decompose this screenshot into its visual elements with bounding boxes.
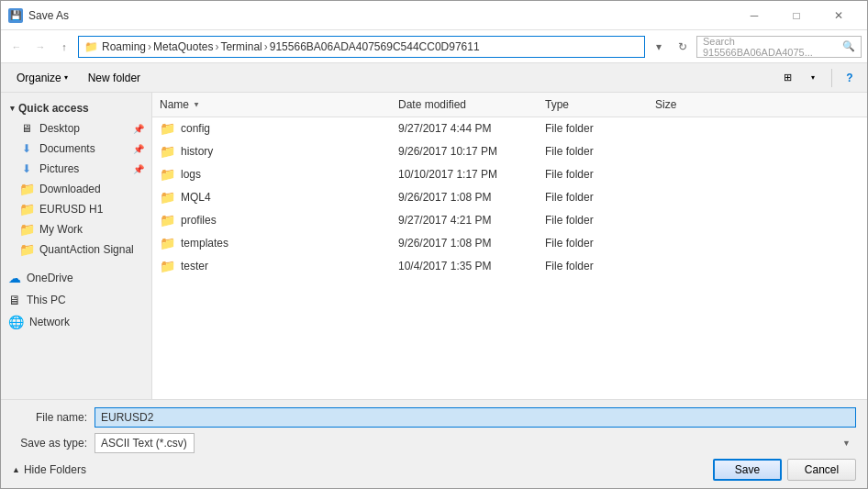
- sidebar-item-desktop[interactable]: 🖥 Desktop 📌: [1, 118, 151, 139]
- address-dropdown-button[interactable]: ▾: [649, 37, 669, 57]
- sort-icon: ▲: [193, 101, 200, 109]
- sidebar-item-onedrive[interactable]: ☁ OneDrive: [1, 267, 151, 289]
- new-folder-label: New folder: [88, 72, 140, 84]
- quick-access-chevron: ▾: [10, 104, 15, 113]
- maximize-button[interactable]: □: [775, 1, 818, 30]
- documents-icon: ⬇: [19, 141, 34, 156]
- file-folder-icon: 📁: [160, 213, 175, 228]
- sidebar-item-downloaded[interactable]: 📁 Downloaded: [1, 179, 151, 199]
- table-row[interactable]: 📁 config 9/27/2017 4:44 PM File folder: [152, 117, 867, 140]
- address-path[interactable]: 📁 Roaming › MetaQuotes › Terminal › 9155…: [78, 36, 645, 58]
- file-folder-icon: 📁: [160, 190, 175, 205]
- organize-dropdown-icon: ▾: [64, 73, 68, 82]
- my-work-icon: 📁: [19, 222, 34, 237]
- sidebar-item-my-work[interactable]: 📁 My Work: [1, 219, 151, 239]
- file-date: 9/26/2017 1:08 PM: [391, 235, 538, 251]
- quantaction-icon: 📁: [19, 242, 34, 257]
- forward-button[interactable]: →: [30, 37, 50, 57]
- file-type: File folder: [538, 212, 648, 228]
- sidebar-item-desktop-label: Desktop: [39, 122, 80, 135]
- pin-icon-documents: 📌: [133, 144, 144, 154]
- table-row[interactable]: 📁 templates 9/26/2017 1:08 PM File folde…: [152, 232, 867, 255]
- file-name: history: [181, 145, 213, 158]
- file-name: logs: [181, 168, 201, 181]
- sidebar-item-quantaction[interactable]: 📁 QuantAction Signal: [1, 239, 151, 260]
- this-pc-icon: 🖥: [8, 293, 21, 307]
- close-button[interactable]: ✕: [818, 1, 860, 30]
- file-name: MQL4: [181, 191, 211, 204]
- file-date: 9/27/2017 4:21 PM: [391, 212, 538, 228]
- sidebar-item-eurusd[interactable]: 📁 EURUSD H1: [1, 199, 151, 219]
- filename-row: File name:: [12, 407, 856, 428]
- new-folder-button[interactable]: New folder: [80, 67, 149, 89]
- path-part-terminal: Terminal: [220, 40, 262, 53]
- back-button[interactable]: ←: [6, 37, 27, 57]
- file-size: [648, 195, 721, 199]
- downloaded-icon: 📁: [19, 182, 34, 196]
- col-header-name[interactable]: Name ▲: [152, 96, 391, 113]
- hide-folders-chevron: ▲: [12, 465, 20, 474]
- organize-button[interactable]: Organize ▾: [8, 67, 76, 89]
- sidebar-item-network[interactable]: 🌐 Network: [1, 311, 151, 333]
- file-date: 10/10/2017 1:17 PM: [391, 166, 538, 183]
- file-type: File folder: [538, 258, 648, 274]
- view-button[interactable]: ⊞: [776, 67, 798, 89]
- minimize-button[interactable]: ─: [733, 1, 775, 30]
- app-icon: 💾: [8, 8, 23, 23]
- file-type: File folder: [538, 235, 648, 251]
- file-size: [648, 127, 721, 130]
- pin-icon-pictures: 📌: [133, 164, 144, 174]
- file-name: profiles: [181, 214, 217, 227]
- dialog-title: Save As: [28, 9, 733, 22]
- filename-input[interactable]: [95, 407, 856, 428]
- file-list-header: Name ▲ Date modified Type Size: [152, 93, 867, 117]
- hide-folders-button[interactable]: ▲ Hide Folders: [12, 463, 86, 476]
- cancel-button[interactable]: Cancel: [787, 459, 856, 481]
- file-name: tester: [181, 260, 208, 272]
- sidebar-item-documents[interactable]: ⬇ Documents 📌: [1, 139, 151, 159]
- sidebar-item-quantaction-label: QuantAction Signal: [39, 243, 134, 256]
- col-header-type[interactable]: Type: [538, 96, 648, 113]
- col-header-date[interactable]: Date modified: [391, 96, 538, 113]
- file-folder-icon: 📁: [160, 167, 175, 182]
- saveas-select[interactable]: ASCII Text (*.csv): [95, 433, 195, 453]
- table-row[interactable]: 📁 history 9/26/2017 10:17 PM File folder: [152, 140, 867, 163]
- file-size: [648, 241, 721, 245]
- table-row[interactable]: 📁 profiles 9/27/2017 4:21 PM File folder: [152, 209, 867, 232]
- file-type: File folder: [538, 166, 648, 183]
- file-date: 9/26/2017 10:17 PM: [391, 143, 538, 160]
- toolbar-divider: [831, 69, 832, 87]
- pictures-icon: ⬇: [19, 161, 34, 176]
- save-button[interactable]: Save: [713, 459, 782, 481]
- file-size: [648, 150, 721, 153]
- file-folder-icon: 📁: [160, 121, 175, 136]
- table-row[interactable]: 📁 tester 10/4/2017 1:35 PM File folder: [152, 255, 867, 278]
- view-dropdown-button[interactable]: ▾: [802, 67, 824, 89]
- search-icon: 🔍: [842, 40, 855, 52]
- col-header-size[interactable]: Size: [648, 96, 721, 113]
- path-part-metaquotes: MetaQuotes: [153, 40, 213, 53]
- onedrive-icon: ☁: [8, 271, 21, 285]
- file-folder-icon: 📁: [160, 259, 175, 273]
- sidebar-item-pictures[interactable]: ⬇ Pictures 📌: [1, 159, 151, 179]
- table-row[interactable]: 📁 MQL4 9/26/2017 1:08 PM File folder: [152, 186, 867, 209]
- search-box[interactable]: Search 915566BA06ADA4075... 🔍: [696, 36, 862, 58]
- refresh-button[interactable]: ↻: [673, 37, 693, 57]
- saveas-select-wrapper: ASCII Text (*.csv): [95, 433, 856, 453]
- sidebar-item-this-pc[interactable]: 🖥 This PC: [1, 289, 151, 311]
- file-type: File folder: [538, 120, 648, 137]
- main-content: ▾ Quick access 🖥 Desktop 📌 ⬇ Documents 📌…: [1, 93, 867, 399]
- search-placeholder: Search 915566BA06ADA4075...: [703, 36, 842, 58]
- action-row: ▲ Hide Folders Save Cancel: [12, 459, 856, 481]
- quick-access-header[interactable]: ▾ Quick access: [1, 96, 151, 118]
- sidebar-onedrive-label: OneDrive: [27, 272, 73, 284]
- sidebar-item-downloaded-label: Downloaded: [39, 183, 101, 195]
- file-type: File folder: [538, 143, 648, 160]
- file-date: 10/4/2017 1:35 PM: [391, 258, 538, 274]
- network-icon: 🌐: [8, 315, 24, 329]
- table-row[interactable]: 📁 logs 10/10/2017 1:17 PM File folder: [152, 163, 867, 186]
- up-button[interactable]: ↑: [54, 37, 74, 57]
- help-button[interactable]: ?: [840, 68, 860, 88]
- path-folder-icon: 📁: [84, 40, 98, 53]
- sidebar-item-pictures-label: Pictures: [39, 162, 79, 175]
